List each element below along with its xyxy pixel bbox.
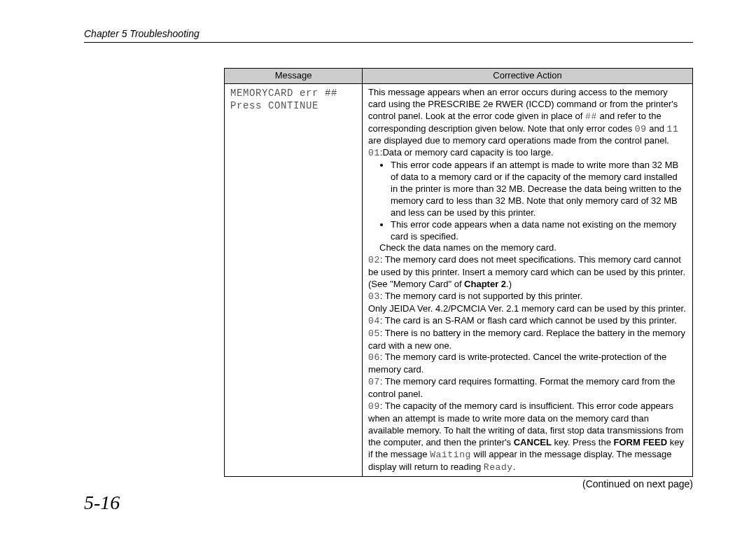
code-03-tail: Only JEIDA Ver. 4.2/PCMCIA Ver. 2.1 memo… <box>368 303 687 315</box>
col-header-message: Message <box>225 69 363 84</box>
code-06-text: : The memory card is write-protected. Ca… <box>368 352 666 375</box>
code-07-text: : The memory card requires formatting. F… <box>368 376 676 399</box>
waiting-msg: Waiting <box>430 450 471 460</box>
code-04: 04 <box>368 316 380 326</box>
code-02-text: : The memory card does not meet specific… <box>368 254 685 289</box>
code-09: 09 <box>635 124 647 134</box>
code-05: 05 <box>368 328 380 339</box>
intro-text: and <box>647 123 667 134</box>
lcd-line1: MEMORYCARD err ## <box>230 87 356 99</box>
table-row: MEMORYCARD err ## Press CONTINUE This me… <box>225 83 693 477</box>
code-07: 07 <box>368 377 380 387</box>
lcd-line2: Press CONTINUE <box>230 99 356 112</box>
code-04-text: : The card is an S-RAM or flash card whi… <box>380 315 677 326</box>
hash-code: ## <box>585 111 597 122</box>
code-09: 09 <box>368 401 380 412</box>
code-01-text: :Data or memory card capacity is too lar… <box>380 147 554 158</box>
ready-msg: Ready <box>484 462 513 473</box>
code-03: 03 <box>368 291 380 302</box>
form-feed-key: FORM FEED <box>614 437 668 447</box>
code-11: 11 <box>667 124 679 134</box>
code-01: 01 <box>368 148 380 158</box>
code-06: 06 <box>368 352 380 363</box>
code-05-text: : There is no battery in the memory card… <box>368 328 685 351</box>
intro-text: are displayed due to memory card operati… <box>368 135 669 146</box>
col-header-action: Corrective Action <box>363 69 693 84</box>
code-02: 02 <box>368 255 380 265</box>
error-message-table: Message Corrective Action MEMORYCARD err… <box>224 68 693 477</box>
bullet-item: This error code appears when a data name… <box>391 219 687 255</box>
message-cell: MEMORYCARD err ## Press CONTINUE <box>225 83 363 477</box>
corrective-action-cell: This message appears when an error occur… <box>363 83 693 477</box>
bullet-item: This error code appears if an attempt is… <box>391 160 687 218</box>
page-number: 5-16 <box>84 492 120 514</box>
continued-note: (Continued on next page) <box>224 478 693 489</box>
chapter-2-ref: Chapter 2 <box>464 279 506 289</box>
page-header: Chapter 5 Troubleshooting <box>84 28 693 43</box>
cancel-key: CANCEL <box>514 437 552 447</box>
code-03-text: : The memory card is not supported by th… <box>380 291 583 301</box>
